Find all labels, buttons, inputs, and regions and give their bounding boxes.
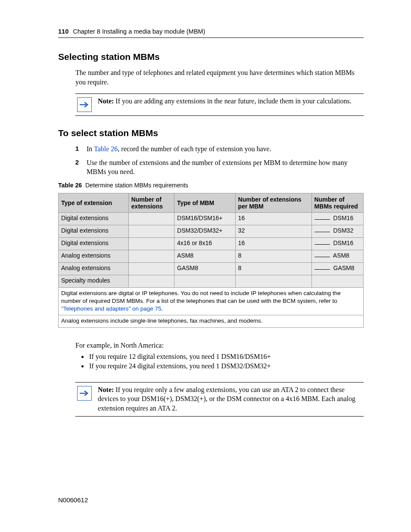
requirements-table: Type of extension Number of extensions T…	[58, 193, 364, 328]
cell-mbm: GASM8	[174, 262, 236, 275]
cell-num-ext	[128, 262, 174, 275]
telephones-adapters-link[interactable]: "Telephones and adapters" on page 75	[61, 305, 162, 312]
cell-mbm: DSM16/DSM16+	[174, 212, 236, 225]
table-row: Digital extensions4x16 or 8x1616 DSM16	[59, 237, 364, 250]
steps-list: In Table 26, record the number of each t…	[68, 144, 364, 177]
cell-mbm: 4x16 or 8x16	[174, 237, 236, 250]
table-row: Digital extensionsDSM32/DSM32+32 DSM32	[59, 225, 364, 237]
arrow-right-icon	[77, 386, 92, 401]
cell-per-mbm: 32	[235, 225, 311, 237]
note-1-text: Note: If you are adding any extensions i…	[98, 96, 362, 106]
footer-doc-number: N0060612	[58, 496, 88, 504]
cell-req: ASM8	[311, 250, 363, 262]
list-item: If you require 24 digital extensions, yo…	[88, 362, 364, 370]
table-row: Digital extensionsDSM16/DSM16+16 DSM16	[59, 212, 364, 225]
cell-num-ext	[128, 250, 174, 262]
note-2-text: Note: If you require only a few analog e…	[98, 385, 362, 413]
table-caption: Table 26Determine station MBMs requireme…	[58, 182, 364, 189]
table-footnote-1: Digital extensions are digital or IP tel…	[59, 287, 364, 315]
cell-num-ext	[128, 275, 174, 287]
cell-req: DSM32	[311, 225, 363, 237]
req-label: DSM32	[332, 227, 354, 234]
step-1: In Table 26, record the number of each t…	[68, 144, 364, 154]
step-1-pre: In	[87, 145, 94, 152]
cell-req: DSM16	[311, 237, 363, 250]
note-1-body: If you are adding any extensions in the …	[114, 97, 351, 105]
th-mbm: Type of MBM	[174, 193, 236, 212]
footnote2-text: Analog extensions include single-line te…	[59, 315, 364, 327]
cell-per-mbm: 16	[235, 212, 311, 225]
step-2: Use the number of extensions and the num…	[68, 158, 364, 177]
cell-type: Analog extensions	[59, 262, 129, 275]
note-block-1: Note: If you are adding any extensions i…	[75, 93, 364, 116]
blank-line	[314, 257, 330, 257]
cell-req: GASM8	[311, 262, 363, 275]
table-header-row: Type of extension Number of extensions T…	[59, 193, 364, 212]
cell-per-mbm	[235, 275, 311, 287]
req-label: DSM16	[332, 240, 354, 246]
page-number: 110	[58, 28, 68, 35]
blank-line	[314, 269, 330, 270]
cell-type: Specialty modules	[59, 275, 129, 287]
table26-link[interactable]: Table 26	[94, 145, 118, 152]
table-row: Analog extensionsASM88 ASM8	[59, 250, 364, 262]
note-block-2: Note: If you require only a few analog e…	[75, 382, 364, 417]
page: 110 Chapter 8 Installing a media bay mod…	[0, 0, 411, 532]
cell-req: DSM16	[311, 212, 363, 225]
example-intro: For example, in North America:	[75, 342, 364, 349]
footnote1-post: .	[162, 305, 163, 312]
cell-type: Analog extensions	[59, 250, 129, 262]
table-caption-label: Table 26	[58, 182, 82, 189]
req-label: ASM8	[332, 252, 349, 259]
blank-line	[314, 219, 330, 220]
cell-per-mbm: 8	[235, 250, 311, 262]
th-type: Type of extension	[59, 193, 129, 212]
cell-req	[311, 275, 363, 287]
table-row: Analog extensionsGASM88 GASM8	[59, 262, 364, 275]
step-1-post: , record the number of each type of exte…	[118, 145, 271, 152]
section-heading-selecting: Selecting station MBMs	[58, 52, 364, 62]
arrow-right-icon	[77, 97, 92, 112]
blank-line	[314, 232, 330, 232]
req-label: GASM8	[332, 264, 355, 271]
note-2-body: If you require only a few analog extensi…	[98, 386, 355, 412]
cell-mbm	[174, 275, 236, 287]
cell-num-ext	[128, 212, 174, 225]
list-item: If you require 12 digital extensions, yo…	[88, 353, 364, 361]
blank-line	[314, 244, 330, 245]
chapter-title: Chapter 8 Installing a media bay module …	[73, 28, 205, 35]
cell-mbm: DSM32/DSM32+	[174, 225, 236, 237]
note-2-label: Note:	[98, 386, 114, 393]
cell-mbm: ASM8	[174, 250, 236, 262]
table-row: Specialty modules	[59, 275, 364, 287]
th-per-mbm: Number of extensions per MBM	[235, 193, 311, 212]
table-footnote-2: Analog extensions include single-line te…	[59, 315, 364, 327]
note-1-label: Note:	[98, 97, 114, 105]
cell-num-ext	[128, 225, 174, 237]
footnote1-pre: Digital extensions are digital or IP tel…	[61, 290, 341, 304]
req-label: DSM16	[332, 215, 354, 221]
step-2-post: Use the number of extensions and the num…	[87, 159, 348, 176]
running-header: 110 Chapter 8 Installing a media bay mod…	[58, 28, 364, 38]
section-heading-to-select: To select station MBMs	[58, 128, 364, 138]
cell-type: Digital extensions	[59, 225, 129, 237]
th-num-ext: Number of extensions	[128, 193, 174, 212]
cell-type: Digital extensions	[59, 237, 129, 250]
cell-num-ext	[128, 237, 174, 250]
example-bullets: If you require 12 digital extensions, yo…	[88, 353, 364, 370]
table-caption-text: Determine station MBMs requirements	[85, 182, 188, 189]
section1-body: The number and type of telephones and re…	[75, 68, 364, 87]
cell-per-mbm: 16	[235, 237, 311, 250]
th-req: Number of MBMs required	[311, 193, 363, 212]
cell-per-mbm: 8	[235, 262, 311, 275]
cell-type: Digital extensions	[59, 212, 129, 225]
